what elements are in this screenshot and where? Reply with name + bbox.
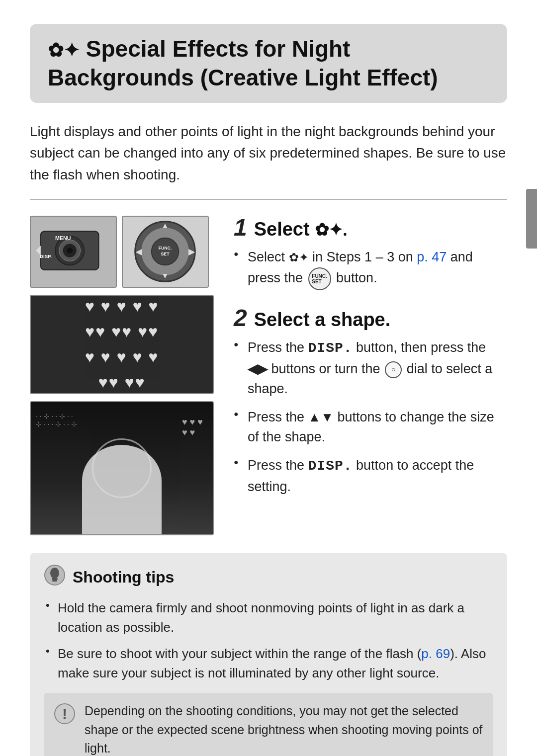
- tips-item-1: Hold the camera firmly and shoot nonmovi…: [44, 598, 493, 637]
- night-hearts-overlay: ♥ ♥ ♥♥ ♥: [182, 417, 203, 438]
- step-2-bullet-1: Press the DISP. button, then press the ◀…: [234, 337, 507, 399]
- step-2-bullets: Press the DISP. button, then press the ◀…: [234, 337, 507, 497]
- tips-icon: [44, 564, 66, 590]
- disp-label-1: DISP.: [308, 340, 353, 356]
- step-2-bullet-2: Press the ▲▼ buttons to change the size …: [234, 407, 507, 447]
- tips-title: Shooting tips: [73, 568, 174, 587]
- step-2-header: 2 Select a shape.: [234, 306, 507, 331]
- tips-section: Shooting tips Hold the camera firmly and…: [30, 553, 507, 756]
- step-1-link: p. 47: [417, 250, 447, 264]
- tips-header: Shooting tips: [44, 564, 493, 590]
- svg-text:SET: SET: [161, 252, 170, 256]
- hearts-overlay-text: ♥ ♥ ♥ ♥ ♥ ♥♥ ♥♥ ♥♥ ♥ ♥ ♥ ♥ ♥ ♥♥ ♥♥: [85, 295, 159, 394]
- tips-list: Hold the camera firmly and shoot nonmovi…: [44, 598, 493, 683]
- right-tab: [526, 189, 537, 249]
- images-top: MENU DISP.: [30, 216, 219, 288]
- page: ✿✦ Special Effects for Night Backgrounds…: [0, 0, 537, 756]
- step-2: 2 Select a shape. Press the DISP. button…: [234, 306, 507, 497]
- title-icon: ✿✦: [48, 40, 80, 61]
- lightbulb-icon: [44, 564, 66, 586]
- warning-icon-svg: !: [54, 703, 76, 725]
- intro-text: Light displays and other points of light…: [30, 121, 507, 185]
- step1-icon-inline: ✿✦: [289, 251, 309, 264]
- step-1: 1 Select ✿✦. Select ✿✦ in Steps 1 – 3 on…: [234, 216, 507, 290]
- dial-diagram-image: FUNC. SET ▲ ▼ ◀ ▶: [122, 216, 209, 288]
- step-1-bullets: Select ✿✦ in Steps 1 – 3 on p. 47 and pr…: [234, 247, 507, 290]
- left-column: MENU DISP.: [30, 216, 219, 535]
- night-person-background: · · ⊹ · · ⊹ · ·⊹ · · · ⊹ · · ⊹ ♥ ♥ ♥♥ ♥: [31, 402, 213, 534]
- note-icon: !: [54, 703, 76, 729]
- tips-link: p. 69: [421, 646, 450, 661]
- night-photo-image: · · ⊹ · · ⊹ · ·⊹ · · · ⊹ · · ⊹ ♥ ♥ ♥♥ ♥: [30, 401, 214, 535]
- func-set-button-icon: FUNC.SET: [308, 267, 331, 290]
- header-box: ✿✦ Special Effects for Night Backgrounds…: [30, 24, 507, 103]
- lr-arrows: ◀▶: [248, 361, 268, 376]
- night-person-silhouette: [82, 445, 162, 534]
- svg-text:▲: ▲: [161, 222, 169, 230]
- svg-text:▼: ▼: [161, 272, 169, 280]
- step-1-bullet-1: Select ✿✦ in Steps 1 – 3 on p. 47 and pr…: [234, 247, 507, 290]
- svg-text:FUNC.: FUNC.: [159, 246, 172, 251]
- dial-svg: FUNC. SET ▲ ▼ ◀ ▶: [123, 217, 208, 287]
- svg-text:!: !: [62, 705, 67, 722]
- page-title: ✿✦ Special Effects for Night Backgrounds…: [48, 35, 489, 92]
- step-2-title: Select a shape.: [254, 309, 391, 331]
- camera-svg: MENU DISP.: [31, 217, 116, 287]
- svg-text:MENU: MENU: [55, 235, 71, 241]
- svg-text:◀: ◀: [135, 248, 142, 256]
- note-box: ! Depending on the shooting conditions, …: [44, 693, 493, 756]
- step-1-icon: ✿✦.: [315, 220, 347, 239]
- step-1-header: 1 Select ✿✦.: [234, 216, 507, 240]
- main-content: MENU DISP.: [30, 216, 507, 535]
- divider: [30, 199, 507, 200]
- step-1-title: Select ✿✦.: [254, 219, 348, 240]
- night-lights-overlay: · · ⊹ · · ⊹ · ·⊹ · · · ⊹ · · ⊹: [36, 412, 77, 428]
- step-1-number: 1: [234, 216, 247, 240]
- step-2-number: 2: [234, 306, 247, 330]
- dial-icon: ○: [385, 361, 402, 378]
- step-2-bullet-3: Press the DISP. button to accept the set…: [234, 455, 507, 497]
- svg-rect-21: [52, 578, 58, 580]
- tips-item-2: Be sure to shoot with your subject withi…: [44, 644, 493, 683]
- svg-text:DISP.: DISP.: [40, 253, 52, 259]
- camera-diagram-image: MENU DISP.: [30, 216, 117, 288]
- svg-point-20: [50, 568, 59, 579]
- disp-label-2: DISP.: [308, 458, 353, 474]
- ud-arrows: ▲▼: [308, 410, 334, 424]
- svg-rect-22: [52, 580, 57, 582]
- svg-point-5: [67, 248, 73, 253]
- heart-shapes-image: ♥ ♥ ♥ ♥ ♥ ♥♥ ♥♥ ♥♥ ♥ ♥ ♥ ♥ ♥ ♥♥ ♥♥: [30, 295, 214, 394]
- note-text: Depending on the shooting conditions, yo…: [85, 702, 483, 756]
- svg-text:▶: ▶: [188, 248, 195, 256]
- right-column: 1 Select ✿✦. Select ✿✦ in Steps 1 – 3 on…: [234, 216, 507, 512]
